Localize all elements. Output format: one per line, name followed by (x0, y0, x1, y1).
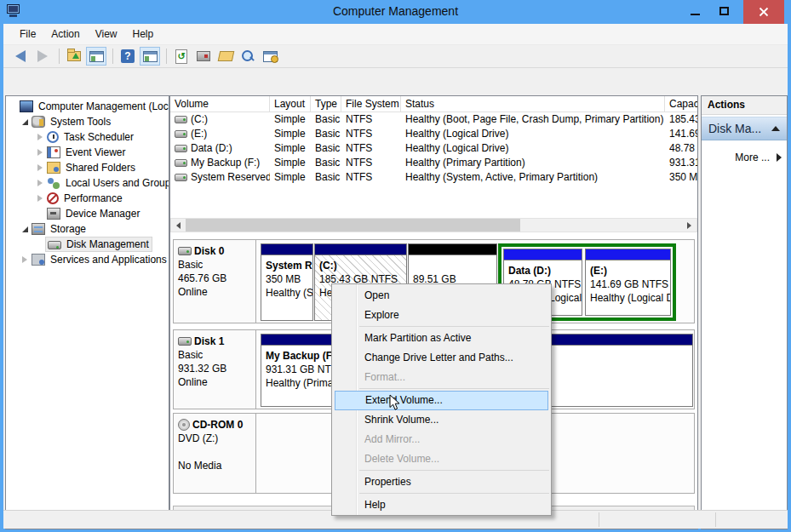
cell-capacity: 141.69 GB (669, 127, 697, 141)
scroll-right-icon (687, 222, 691, 229)
menu-item-change-drive-letter-and-paths[interactable]: Change Drive Letter and Paths... (332, 348, 551, 368)
menu-separator (359, 470, 549, 471)
cell-layout: Simple (274, 156, 312, 170)
minimize-button[interactable] (682, 0, 708, 21)
column-type[interactable]: Type (311, 96, 341, 112)
tree-item-task-scheduler[interactable]: Task Scheduler (6, 129, 169, 145)
menu-item-extend-volume[interactable]: Extend Volume... (335, 391, 548, 410)
open-folder-button[interactable] (215, 47, 236, 66)
show-console-tree-button[interactable] (86, 47, 106, 66)
disk-name: Disk 0 (194, 244, 224, 258)
cell-capacity: 350 MB (669, 170, 697, 185)
tree-item-event-viewer[interactable]: Event Viewer (6, 145, 169, 160)
volume-list-horizontal-scrollbar[interactable] (170, 218, 697, 232)
menu-item-help[interactable]: Help (332, 495, 551, 515)
maximize-button[interactable] (711, 0, 737, 21)
menu-item-shrink-volume[interactable]: Shrink Volume... (332, 410, 551, 430)
help-button[interactable]: ? (118, 47, 138, 66)
menu-bar: File Action View Help (3, 24, 788, 45)
collapse-section-icon[interactable] (771, 126, 780, 131)
expander-collapsed[interactable] (35, 134, 45, 140)
scroll-left-button[interactable] (171, 219, 186, 232)
cell-status: Healthy (Primary Partition) (405, 156, 666, 170)
expander-collapsed[interactable] (35, 149, 45, 156)
disk-kind: Basic (178, 258, 252, 272)
volume-icon (175, 174, 187, 181)
volume-row-c[interactable]: (C:) Simple Basic NTFS Healthy (Boot, Pa… (170, 112, 697, 127)
disk-0-header[interactable]: Disk 0 Basic 465.76 GB Online (174, 240, 256, 323)
show-action-pane-button[interactable] (140, 47, 160, 66)
column-capacity[interactable]: Capacity (665, 96, 697, 112)
tree-item-shared-folders[interactable]: Shared Folders (6, 160, 169, 175)
expander-collapsed[interactable] (20, 256, 30, 263)
tree-item-services-and-applications[interactable]: Services and Applications (6, 252, 169, 267)
help-icon: ? (121, 49, 135, 63)
column-layout[interactable]: Layout (270, 96, 311, 112)
partition-title: System Reserved (266, 259, 310, 272)
expander-collapsed[interactable] (35, 180, 45, 186)
menu-view[interactable]: View (88, 26, 125, 43)
forward-button[interactable] (32, 47, 53, 66)
tree-item-computer-management[interactable]: Computer Management (Local) (6, 99, 169, 114)
partition-system-reserved[interactable]: System Reserved 350 MB Healthy (System, … (261, 243, 313, 321)
more-actions-item[interactable]: More ... (702, 149, 787, 166)
tree-item-label: Computer Management (Local) (36, 100, 169, 113)
refresh-button[interactable]: ↺ (171, 47, 192, 66)
console-tree-pane: Computer Management (Local) System Tools… (5, 95, 169, 529)
cell-type: Basic (315, 141, 342, 156)
tree-item-label: Local Users and Groups (63, 176, 169, 190)
up-one-level-button[interactable] (64, 47, 84, 66)
volume-row-system-reserved[interactable]: System Reserved Simple Basic NTFS Health… (170, 170, 697, 185)
tree-item-label: Device Manager (63, 207, 142, 220)
tree-item-storage[interactable]: Storage (6, 221, 169, 237)
tree-item-local-users-and-groups[interactable]: Local Users and Groups (6, 175, 169, 191)
tree-item-disk-management[interactable]: Disk Management (6, 237, 169, 252)
minimize-icon (691, 14, 700, 15)
column-volume[interactable]: Volume (170, 96, 270, 112)
tree-item-system-tools[interactable]: System Tools (6, 114, 169, 129)
menu-item-mark-partition-as-active[interactable]: Mark Partition as Active (332, 329, 551, 348)
find-button[interactable] (238, 47, 258, 66)
partition-e[interactable]: (E:) 141.69 GB NTFS Healthy (Logical Dri… (585, 249, 671, 316)
expander-collapsed[interactable] (35, 164, 45, 171)
status-bar-divider (715, 512, 716, 527)
cell-capacity: 185.43 GB (669, 112, 697, 127)
disk-1-header[interactable]: Disk 1 Basic 931.32 GB Online (174, 330, 256, 409)
help-window-button[interactable] (260, 47, 280, 66)
services-icon (32, 254, 45, 266)
task-scheduler-icon (47, 131, 59, 143)
column-status[interactable]: Status (401, 96, 665, 112)
actions-section-disk-management[interactable]: Disk Ma... (702, 117, 787, 140)
expander-expanded[interactable] (20, 119, 30, 125)
cell-file-system: NTFS (346, 170, 402, 185)
primary-partition-band (261, 244, 312, 255)
tree-item-device-manager[interactable]: Device Manager (6, 206, 169, 221)
cd-rom-0-header[interactable]: CD-ROM 0 DVD (Z:) No Media (174, 414, 256, 493)
expander-expanded[interactable] (20, 226, 30, 232)
column-file-system[interactable]: File System (341, 96, 401, 112)
forward-icon (37, 50, 48, 62)
maximize-icon (719, 7, 729, 15)
expander-collapsed[interactable] (35, 195, 45, 202)
toolbar-separator (59, 49, 60, 64)
back-button[interactable] (10, 47, 31, 66)
volume-row-e[interactable]: (E:) Simple Basic NTFS Healthy (Logical … (170, 127, 697, 141)
menu-item-properties[interactable]: Properties (332, 472, 551, 492)
close-button[interactable] (743, 0, 784, 24)
disk-name: Disk 1 (194, 335, 224, 348)
tree-item-performance[interactable]: Performance (6, 191, 169, 206)
menu-file[interactable]: File (12, 26, 43, 43)
volume-row-my-backup-f[interactable]: My Backup (F:) Simple Basic NTFS Healthy… (170, 156, 697, 170)
rescan-disks-button[interactable] (193, 47, 214, 66)
menu-item-open[interactable]: Open (332, 286, 551, 306)
scroll-right-button[interactable] (682, 219, 696, 232)
tree-item-label: System Tools (48, 115, 113, 129)
menu-action[interactable]: Action (43, 26, 87, 43)
menu-item-explore[interactable]: Explore (332, 306, 551, 325)
menu-help[interactable]: Help (125, 26, 162, 43)
partition-title: (C:) (319, 259, 404, 272)
event-viewer-icon (47, 146, 60, 158)
volume-row-data-d[interactable]: Data (D:) Simple Basic NTFS Healthy (Log… (170, 141, 697, 156)
performance-icon (47, 192, 59, 204)
scrollbar-thumb[interactable] (186, 219, 520, 232)
